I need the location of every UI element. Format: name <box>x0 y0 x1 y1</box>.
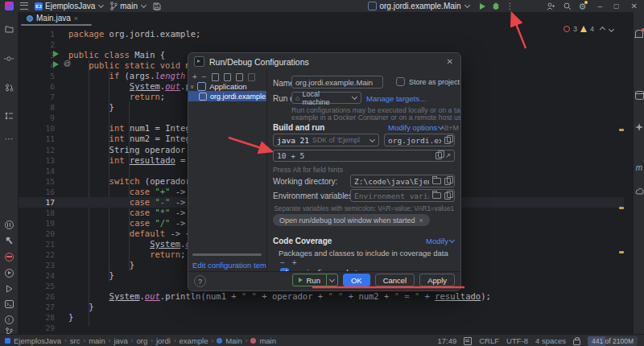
run-dropdown[interactable] <box>326 274 337 286</box>
ai-assistant-tool-button[interactable] <box>634 123 644 133</box>
run-main-gutter-icon[interactable] <box>53 61 59 68</box>
breadcrumb-item[interactable]: EjemplosJava <box>14 336 61 345</box>
close-window-button[interactable]: ✕ <box>631 2 638 10</box>
run-class-gutter-icon[interactable] <box>53 51 59 57</box>
project-tool-button[interactable] <box>0 25 18 35</box>
open-run-window-chip[interactable]: Open run/debug tool window when started … <box>273 214 430 226</box>
folder-group-button[interactable] <box>236 73 243 81</box>
terminal-tool-button[interactable] <box>0 300 18 310</box>
background-tasks-icon[interactable] <box>464 337 472 345</box>
project-widget[interactable]: EJ EjemplosJava <box>35 2 104 10</box>
browse-folder-icon[interactable] <box>432 178 441 184</box>
expand-icon[interactable]: ↗ <box>445 152 451 159</box>
maven-tool-button[interactable]: m <box>634 163 644 172</box>
environment-variables-input[interactable]: Environment variables or .env files <box>350 189 455 202</box>
save-button[interactable] <box>153 2 161 10</box>
edit-templates-link[interactable]: Edit configuration templates… <box>192 261 267 270</box>
run-button[interactable] <box>480 3 485 10</box>
breadcrumb-item[interactable]: org <box>137 336 148 345</box>
code-with-me-button[interactable] <box>547 2 555 10</box>
search-everywhere-button[interactable] <box>564 2 572 10</box>
copy-icon[interactable] <box>444 192 451 200</box>
save-config-button[interactable] <box>224 73 231 81</box>
code-line[interactable]: 28} <box>18 312 624 323</box>
expander-icon[interactable]: ∨ <box>190 84 194 90</box>
memory-indicator[interactable]: 441 of 2100M <box>588 336 638 346</box>
services-tool-button[interactable] <box>0 269 18 279</box>
gradle-tool-button[interactable] <box>634 187 644 196</box>
tab-main-java[interactable]: Main.java × <box>21 12 84 24</box>
dialog-title-bar[interactable]: Run/Debug Configurations ✕ <box>188 53 460 70</box>
main-class-input[interactable]: org.jordi.example.Main <box>384 134 455 146</box>
structure-tool-button[interactable] <box>0 112 18 122</box>
coverage-remove-button[interactable]: − <box>280 258 285 267</box>
store-checkbox[interactable] <box>396 77 405 86</box>
code-line[interactable]: 2 <box>18 39 624 50</box>
browse-folder-icon[interactable] <box>432 192 441 199</box>
next-problem-icon[interactable] <box>609 26 614 31</box>
coverage-modify-link[interactable]: Modify <box>426 237 455 245</box>
code-line[interactable]: 29 <box>18 323 624 333</box>
copy-icon[interactable] <box>444 178 451 185</box>
tree-horizontal-scrollbar[interactable] <box>192 253 262 256</box>
branch-widget[interactable]: main <box>110 2 147 10</box>
copy-icon[interactable] <box>436 152 442 159</box>
breadcrumb-item[interactable]: src <box>70 336 80 345</box>
jdk-select[interactable]: java 21SDK of 'Ejempl <box>273 134 379 146</box>
line-ending-widget[interactable]: CRLF <box>479 336 499 345</box>
main-menu-button[interactable] <box>20 2 28 10</box>
settings-button[interactable]: ⚙ <box>579 2 587 10</box>
ok-button[interactable]: OK <box>343 274 370 286</box>
pull-requests-tool-button[interactable] <box>0 84 18 93</box>
name-input[interactable]: org.jordi.example.Main <box>291 76 383 89</box>
more-actions-button[interactable]: ⋮ <box>506 2 514 10</box>
breadcrumb-item[interactable]: java <box>114 336 127 345</box>
copy-icon[interactable] <box>444 137 451 144</box>
breadcrumb-item[interactable]: example <box>180 336 208 345</box>
database-tool-button[interactable] <box>634 91 644 101</box>
build-tool-button[interactable] <box>0 237 18 246</box>
chip-close-icon[interactable]: × <box>419 216 423 224</box>
code-line[interactable]: 1package org.jordi.example; <box>18 29 624 39</box>
inspections-widget[interactable]: 3 4 <box>564 24 613 34</box>
profiler-tool-button[interactable] <box>0 220 18 231</box>
code-line[interactable]: 26 System.out.println(num1 + " " + opera… <box>18 291 624 302</box>
more-tool-windows-button[interactable]: ⋯ <box>0 134 18 143</box>
coverage-add-button[interactable]: + <box>292 258 297 267</box>
code-line[interactable]: 27 } <box>18 302 624 312</box>
dialog-close-icon[interactable]: ✕ <box>447 57 453 66</box>
sort-configs-button[interactable] <box>248 73 255 81</box>
run-on-select[interactable]: ⌂Local machine <box>291 92 361 104</box>
breadcrumb-item[interactable]: main <box>89 336 105 345</box>
modify-options-link[interactable]: Modify options <box>388 123 444 132</box>
apply-button[interactable]: Apply <box>419 274 455 286</box>
run-tool-button[interactable] <box>0 285 18 295</box>
copy-config-button[interactable] <box>212 73 219 81</box>
encoding-widget[interactable]: UTF-8 <box>506 336 528 345</box>
run-config-selector[interactable]: org.jordi.example.Main <box>368 2 469 10</box>
minimize-button[interactable]: – <box>597 2 602 10</box>
readonly-lock-icon[interactable] <box>573 340 580 345</box>
maximize-button[interactable]: ▢ <box>613 2 620 10</box>
tab-close-icon[interactable]: × <box>74 14 78 23</box>
commit-tool-button[interactable] <box>0 55 18 64</box>
help-button[interactable]: ? <box>194 275 206 287</box>
cancel-button[interactable]: Cancel <box>375 274 415 286</box>
breadcrumb-item[interactable]: jordi <box>156 336 171 345</box>
working-directory-input[interactable]: Z:\code\java\EjemplosJava <box>350 175 455 187</box>
run-split-button[interactable]: Run <box>292 274 337 286</box>
program-arguments-input[interactable]: 10 + 5 ↗ <box>273 150 455 162</box>
mute-breakpoints-button[interactable] <box>0 253 18 263</box>
breadcrumb-item[interactable]: main <box>259 336 276 345</box>
store-project-file[interactable]: Store as project file ⚙ <box>396 77 460 86</box>
tree-item-selected[interactable]: org.jordi.example.Main <box>188 91 266 101</box>
breadcrumb[interactable]: EjemplosJava›src›main›java›org›jordi›exa… <box>5 336 276 345</box>
indent-widget[interactable]: 4 spaces <box>535 336 566 345</box>
remove-config-button[interactable]: − <box>202 72 207 81</box>
problems-tool-button[interactable]: ! <box>0 315 18 324</box>
debug-button[interactable] <box>492 2 500 10</box>
add-config-button[interactable]: + <box>192 72 197 81</box>
prev-problem-icon[interactable] <box>600 26 605 31</box>
manage-targets-link[interactable]: Manage targets… <box>366 94 427 103</box>
notifications-button[interactable] <box>634 30 644 39</box>
